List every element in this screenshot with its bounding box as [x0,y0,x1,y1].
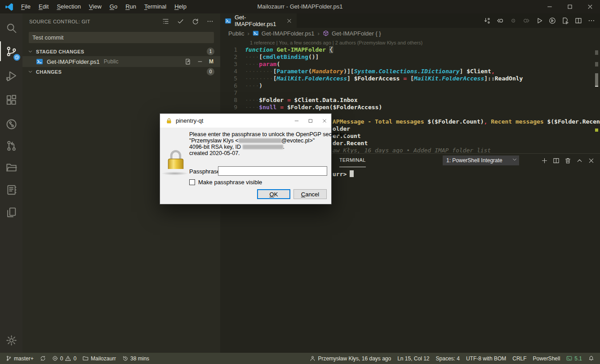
panel-actions [541,154,595,167]
run-button[interactable] [533,15,545,27]
cancel-button[interactable]: Cancel [293,189,327,199]
menu-item-file[interactable]: File [17,0,35,13]
status-repo-time[interactable]: 38 mins [119,353,152,364]
codelens-annotation[interactable]: 1 reference | You, a few seconds ago | 2… [250,40,422,45]
menu-item-view[interactable]: View [85,0,106,13]
dialog-close-button[interactable] [317,114,331,128]
breadcrumb-item[interactable]: Get-IMAPFolder.ps1 [253,30,315,37]
breadcrumb-separator: › [318,30,320,37]
dialog-title-bar[interactable]: pinentry-qt [160,114,331,128]
run-file-button[interactable] [560,15,571,27]
breadcrumb-item[interactable]: Get-IMAPFolder { } [323,30,381,37]
staged-changes-header[interactable]: STAGED CHANGES 1 [22,47,220,56]
status-text: Mailozaurr [91,355,116,362]
activity-item-extensions[interactable] [0,90,22,110]
code-line-content: function Get-IMAPFolder { [245,46,333,53]
status-blame-author[interactable]: Przemysław Kłys, 16 days ago [307,353,394,364]
status-language[interactable]: PowerShell [530,353,564,364]
staged-file-row[interactable]: Get-IMAPFolder.ps1 Public M [22,56,220,67]
menu-item-go[interactable]: Go [106,0,121,13]
sidebar-header: SOURCE CONTROL: GIT [22,13,220,29]
code-token [284,97,287,103]
terminal-shell-selector[interactable]: 1: PowerShell Integrate [443,155,519,165]
activity-item-run-debug[interactable] [0,66,22,85]
more-actions-button[interactable] [586,15,597,27]
kill-terminal-button[interactable] [564,157,571,164]
new-terminal-button[interactable] [541,157,548,164]
menu-item-selection[interactable]: Selection [53,0,84,13]
menu-item-edit[interactable]: Edit [35,0,53,13]
maximize-button[interactable] [560,0,580,13]
view-as-tree-button[interactable] [161,18,169,26]
split-terminal-button[interactable] [553,157,560,164]
current-change-button[interactable] [507,15,519,27]
code-token: ···· [245,82,259,89]
status-problems[interactable]: 00 [49,353,80,364]
history-icon [122,355,128,361]
status-eol[interactable]: CRLF [509,353,529,364]
code-fragment: APMessage - Total messages $($Folder.Cou… [333,118,600,125]
unstage-button[interactable] [197,58,203,65]
close-button[interactable] [580,0,600,13]
minimize-button[interactable] [539,0,560,13]
previous-change-button[interactable] [494,15,506,27]
maximize-panel-button[interactable] [576,157,583,164]
commit-message-input[interactable] [29,32,214,43]
next-change-button[interactable] [520,15,532,27]
activity-item-settings[interactable] [0,330,22,350]
git-status-modified: M [209,58,213,65]
open-file-button[interactable] [185,58,191,65]
breadcrumb-item[interactable]: Public [228,30,244,37]
activity-item-remote-explorer[interactable] [0,157,22,177]
open-changes-button[interactable] [481,15,493,27]
dialog-maximize-button[interactable] [303,114,317,128]
code-token: ···· [245,104,259,111]
status-text: 0 [73,355,76,362]
activity-item-gitlens[interactable] [0,114,22,134]
changes-header[interactable]: CHANGES 0 [22,67,220,76]
menu-item-help[interactable]: Help [170,0,191,13]
status-notifications[interactable] [585,353,597,364]
status-encoding[interactable]: UTF-8 with BOM [463,353,509,364]
run-powershell-button[interactable] [547,15,558,27]
menu-item-terminal[interactable]: Terminal [140,0,170,13]
status-branch[interactable]: master+ [3,353,37,364]
line-number: 3 [220,61,237,68]
code-token: $FolderAccess [354,75,400,82]
terminal-prompt-fragment[interactable]: urr> [333,170,354,178]
passphrase-input[interactable] [218,166,327,176]
tab-get-imapfolder[interactable]: Get-IMAPFolder.ps1 [220,13,297,28]
status-cursor-position[interactable]: Ln 15, Col 12 [394,353,432,364]
more-button[interactable] [206,18,214,26]
warning-icon [65,355,71,361]
split-editor-button[interactable] [573,15,584,27]
overview-ruler-cursor-mark [595,86,598,87]
refresh-button[interactable] [191,18,199,26]
menu-item-run[interactable]: Run [121,0,140,13]
status-text: CRLF [512,355,526,362]
activity-item-pages[interactable] [0,202,22,222]
dialog-minimize-button[interactable] [289,114,303,128]
activity-item-notebook[interactable] [0,180,22,200]
status-text: PowerShell [533,355,560,362]
activity-item-source-control[interactable] [0,41,22,61]
status-powershell-session[interactable]: 5.1 [563,353,585,364]
tab-close-icon[interactable] [286,18,292,24]
activity-item-pull-requests[interactable] [0,136,22,155]
status-workspace[interactable]: Mailozaurr [80,353,119,364]
tab-terminal[interactable]: TERMINAL [339,154,366,167]
status-text: 0 [60,355,63,362]
status-text: master+ [14,355,34,362]
code-token: ···· [245,61,259,67]
ok-button[interactable]: OK [257,189,290,199]
activity-item-search[interactable] [0,18,22,38]
code-token: = [280,104,284,111]
status-indentation[interactable]: Spaces: 4 [433,353,463,364]
commit-button[interactable] [176,18,184,26]
status-text: 5.1 [574,355,582,362]
close-panel-button[interactable] [588,157,595,164]
status-text: Przemysław Kłys, 16 days ago [318,355,391,362]
status-sync[interactable] [37,353,49,364]
code-line: 3····param( [220,61,594,68]
visibility-checkbox[interactable] [189,179,195,185]
